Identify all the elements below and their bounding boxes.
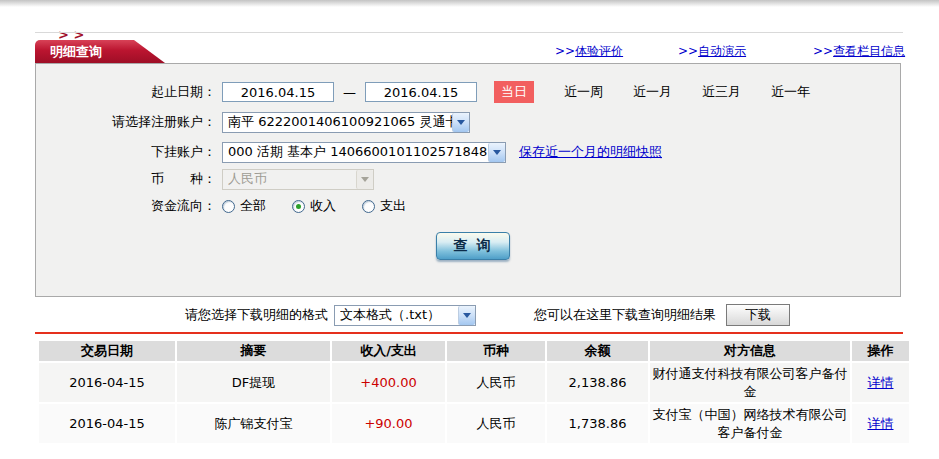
date-range-row: 起止日期： — 当日 近一周 近一月 近三月 近一年 bbox=[36, 81, 896, 103]
page: > > 我的账户 > 账务查询 > 明细查询 明细查询 >>体验评价 >>自动演… bbox=[0, 0, 939, 459]
range-last-month[interactable]: 近一月 bbox=[633, 83, 672, 101]
currency-select-disabled: 人民币 bbox=[222, 169, 374, 190]
date-dash: — bbox=[343, 85, 356, 100]
query-form-panel: 起止日期： — 当日 近一周 近一月 近三月 近一年 请选择注册账户： 南平 6… bbox=[35, 63, 901, 297]
radio-unchecked-icon[interactable] bbox=[362, 200, 375, 213]
cell-date: 2016-04-15 bbox=[39, 404, 175, 443]
cell-summary: DF提现 bbox=[177, 363, 330, 402]
flow-option-income-label: 收入 bbox=[310, 197, 336, 215]
cell-summary: 陈广锦支付宝 bbox=[177, 404, 330, 443]
download-hint: 您可以在这里下载查询明细结果 bbox=[534, 306, 716, 324]
registered-account-row: 请选择注册账户： 南平 6222001406100921065 灵通卡 bbox=[36, 111, 896, 133]
range-last-quarter[interactable]: 近三月 bbox=[702, 83, 741, 101]
table-row: 2016-04-15 陈广锦支付宝 +90.00 人民币 1,738.86 支付… bbox=[39, 404, 909, 443]
registered-account-select[interactable]: 南平 6222001406100921065 灵通卡 bbox=[222, 112, 470, 133]
currency-row: 币 种： 人民币 bbox=[36, 168, 896, 190]
breadcrumb-divider bbox=[35, 32, 903, 33]
cell-currency: 人民币 bbox=[447, 363, 545, 402]
top-gradient-strip bbox=[0, 0, 939, 7]
currency-label: 币 种： bbox=[36, 170, 216, 188]
currency-value: 人民币 bbox=[228, 170, 267, 188]
registered-account-label: 请选择注册账户： bbox=[36, 113, 216, 131]
breadcrumb-arrows: > > bbox=[58, 27, 84, 42]
query-button[interactable]: 查 询 bbox=[436, 232, 510, 260]
download-format-label: 请您选择下载明细的格式 bbox=[185, 306, 328, 324]
flow-option-income[interactable]: 收入 bbox=[292, 197, 336, 215]
col-header-action: 操作 bbox=[852, 341, 909, 361]
table-divider-red bbox=[35, 332, 903, 334]
chevron-down-icon bbox=[356, 170, 373, 189]
flow-option-all-label: 全部 bbox=[240, 197, 266, 215]
date-from-input[interactable] bbox=[222, 82, 334, 102]
cell-balance: 2,138.86 bbox=[547, 363, 648, 402]
flow-option-all[interactable]: 全部 bbox=[222, 197, 266, 215]
chevron-down-icon[interactable] bbox=[488, 143, 505, 162]
fund-flow-row: 资金流向： 全部 收入 支出 bbox=[36, 195, 896, 217]
cell-amount: +400.00 bbox=[332, 363, 445, 402]
date-to-input[interactable] bbox=[365, 82, 477, 102]
radio-checked-icon[interactable] bbox=[292, 200, 305, 213]
link-prefix: >> bbox=[555, 44, 575, 58]
col-header-currency: 币种 bbox=[447, 341, 545, 361]
detail-link[interactable]: 详情 bbox=[868, 375, 894, 390]
range-last-year[interactable]: 近一年 bbox=[771, 83, 810, 101]
today-button[interactable]: 当日 bbox=[494, 81, 534, 103]
sub-account-row: 下挂账户： 000 活期 基本户 1406600101102571848 保存近… bbox=[36, 141, 896, 163]
download-format-select[interactable]: 文本格式（.txt） bbox=[334, 305, 476, 326]
cell-amount: +90.00 bbox=[332, 404, 445, 443]
fund-flow-label: 资金流向： bbox=[36, 197, 216, 215]
sub-account-label: 下挂账户： bbox=[36, 143, 216, 161]
col-header-amount: 收入/支出 bbox=[332, 341, 445, 361]
sub-account-select[interactable]: 000 活期 基本户 1406600101102571848 bbox=[222, 142, 506, 163]
range-last-week[interactable]: 近一周 bbox=[564, 83, 603, 101]
cell-counterparty: 支付宝（中国）网络技术有限公司客户备付金 bbox=[650, 404, 850, 443]
download-row: 请您选择下载明细的格式 文本格式（.txt） 您可以在这里下载查询明细结果 下载 bbox=[35, 303, 903, 327]
cell-currency: 人民币 bbox=[447, 404, 545, 443]
col-header-counterparty: 对方信息 bbox=[650, 341, 850, 361]
col-header-date: 交易日期 bbox=[39, 341, 175, 361]
save-monthly-snapshot-link[interactable]: 保存近一个月的明细快照 bbox=[519, 143, 662, 161]
tab-title: 明细查询 bbox=[50, 44, 102, 59]
results-table: 交易日期 摘要 收入/支出 币种 余额 对方信息 操作 2016-04-15 D… bbox=[37, 339, 911, 445]
link-prefix: >> bbox=[678, 44, 698, 58]
link-auto-demo[interactable]: >>自动演示 bbox=[678, 43, 746, 60]
cell-balance: 1,738.86 bbox=[547, 404, 648, 443]
col-header-summary: 摘要 bbox=[177, 341, 330, 361]
chevron-down-icon[interactable] bbox=[458, 306, 475, 325]
link-view-column-info[interactable]: >>查看栏目信息 bbox=[813, 43, 905, 60]
download-format-value: 文本格式（.txt） bbox=[340, 306, 440, 324]
table-header-row: 交易日期 摘要 收入/支出 币种 余额 对方信息 操作 bbox=[39, 341, 909, 361]
link-label: 自动演示 bbox=[698, 44, 746, 58]
link-label: 查看栏目信息 bbox=[833, 44, 905, 58]
chevron-down-icon[interactable] bbox=[452, 113, 469, 132]
link-label: 体验评价 bbox=[575, 44, 623, 58]
download-button[interactable]: 下载 bbox=[726, 304, 790, 326]
flow-option-expense-label: 支出 bbox=[380, 197, 406, 215]
sub-account-value: 000 活期 基本户 1406600101102571848 bbox=[228, 143, 487, 161]
flow-option-expense[interactable]: 支出 bbox=[362, 197, 406, 215]
link-experience-rating[interactable]: >>体验评价 bbox=[555, 43, 623, 60]
results-table-wrap: 交易日期 摘要 收入/支出 币种 余额 对方信息 操作 2016-04-15 D… bbox=[37, 339, 903, 445]
cell-date: 2016-04-15 bbox=[39, 363, 175, 402]
registered-account-value: 南平 6222001406100921065 灵通卡 bbox=[228, 113, 452, 131]
date-range-label: 起止日期： bbox=[36, 83, 216, 101]
radio-unchecked-icon[interactable] bbox=[222, 200, 235, 213]
table-row: 2016-04-15 DF提现 +400.00 人民币 2,138.86 财付通… bbox=[39, 363, 909, 402]
col-header-balance: 余额 bbox=[547, 341, 648, 361]
cell-counterparty: 财付通支付科技有限公司客户备付金 bbox=[650, 363, 850, 402]
link-prefix: >> bbox=[813, 44, 833, 58]
detail-link[interactable]: 详情 bbox=[868, 416, 894, 431]
tab-detail-query: 明细查询 bbox=[35, 40, 165, 63]
